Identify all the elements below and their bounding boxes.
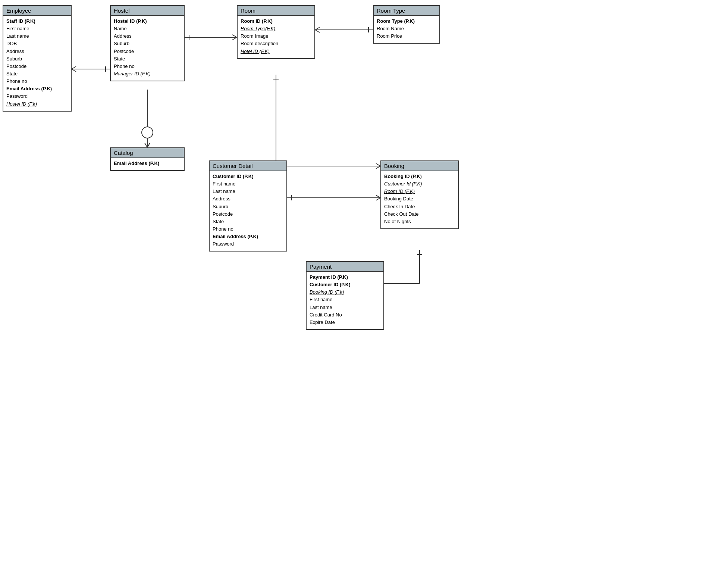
employee-header: Employee [3,6,71,16]
payment-field-expiredate: Expire Date [310,319,380,326]
svg-line-17 [145,143,147,147]
employee-field-email: Email Address (P.K) [6,85,68,93]
svg-line-24 [376,166,380,169]
booking-body: Booking ID (P.K) Customer Id (F.K) Room … [381,171,458,228]
employee-field-suburb: Suburb [6,55,68,63]
roomtype-body: Room Type (P.K) Room Name Room Price [374,16,439,43]
svg-line-18 [147,143,150,147]
booking-field-roomid: Room ID (F.K) [384,188,455,195]
room-field-roomtype: Room Type(F.K) [241,25,311,32]
employee-field-lastname: Last name [6,32,68,40]
roomtype-entity: Room Type Room Type (P.K) Room Name Room… [373,5,440,44]
roomtype-field-price: Room Price [377,32,436,40]
svg-line-23 [376,163,380,166]
hostel-field-phoneno: Phone no [114,63,181,70]
cd-field-address: Address [213,195,283,203]
booking-field-bookingdate: Booking Date [384,195,455,203]
hostel-field-managerid: Manager ID (F.K) [114,70,181,78]
svg-line-28 [376,195,380,198]
catalog-entity: Catalog Email Address (P.K) [110,147,185,171]
hostel-field-state: State [114,55,181,63]
hostel-field-postcode: Postcode [114,48,181,55]
svg-line-6 [232,35,237,37]
room-header: Room [238,6,314,16]
svg-line-12 [315,30,320,32]
booking-entity: Booking Booking ID (P.K) Customer Id (F.… [380,160,459,229]
customerdetail-entity: Customer Detail Customer ID (P.K) First … [209,160,287,252]
payment-field-customerid: Customer ID (P.K) [310,281,380,288]
roomtype-header: Room Type [374,6,439,16]
booking-field-checkin: Check In Date [384,203,455,210]
employee-field-state: State [6,70,68,78]
svg-line-2 [72,69,76,72]
booking-field-customerid: Customer Id (F.K) [384,180,455,188]
hostel-header: Hostel [111,6,184,16]
room-field-roomid: Room ID (P.K) [241,18,311,25]
room-field-roomdesc: Room description [241,40,311,47]
employee-body: Staff ID (P.K) First name Last name DOB … [3,16,71,111]
booking-header: Booking [381,161,458,171]
booking-field-bookingid: Booking ID (P.K) [384,173,455,180]
catalog-field-email: Email Address (P.K) [114,160,181,167]
hostel-field-address: Address [114,32,181,40]
room-entity: Room Room ID (P.K) Room Type(F.K) Room I… [237,5,315,59]
booking-field-checkout: Check Out Date [384,210,455,218]
payment-entity: Payment Payment ID (P.K) Customer ID (P.… [306,261,384,330]
booking-field-nights: No of Nights [384,218,455,225]
payment-field-creditcard: Credit Card No [310,311,380,319]
cd-field-email: Email Address (P.K) [213,233,283,240]
employee-field-firstname: First name [6,25,68,32]
cd-field-postcode: Postcode [213,210,283,218]
catalog-body: Email Address (P.K) [111,158,184,170]
payment-field-lastname: Last name [310,304,380,311]
hostel-body: Hostel ID (P.K) Name Address Suburb Post… [111,16,184,81]
payment-field-bookingid: Booking ID (F.k) [310,288,380,296]
svg-line-1 [72,66,76,69]
hostel-field-hostelid: Hostel ID (P.K) [114,18,181,25]
room-body: Room ID (P.K) Room Type(F.K) Room Image … [238,16,314,58]
room-field-hotelid: Hotel ID (F.K) [241,48,311,55]
employee-field-hostelid: Hostel ID (F.k) [6,100,68,108]
customerdetail-header: Customer Detail [210,161,286,171]
hostel-field-name: Name [114,25,181,32]
payment-header: Payment [307,262,383,272]
room-field-roomimage: Room Image [241,32,311,40]
payment-field-firstname: First name [310,296,380,303]
svg-point-15 [142,127,153,138]
svg-line-11 [315,27,320,30]
employee-field-dob: DOB [6,40,68,47]
cd-field-password: Password [213,240,283,248]
payment-field-paymentid: Payment ID (P.K) [310,274,380,281]
employee-field-postcode: Postcode [6,63,68,70]
cd-field-lastname: Last name [213,188,283,195]
cd-field-firstname: First name [213,180,283,188]
hostel-entity: Hostel Hostel ID (P.K) Name Address Subu… [110,5,185,81]
svg-line-29 [376,198,380,200]
hostel-field-suburb: Suburb [114,40,181,47]
roomtype-field-name: Room Name [377,25,436,32]
catalog-header: Catalog [111,148,184,158]
cd-field-customerid: Customer ID (P.K) [213,173,283,180]
employee-field-staffid: Staff ID (P.K) [6,18,68,25]
employee-entity: Employee Staff ID (P.K) First name Last … [3,5,72,112]
cd-field-phoneno: Phone no [213,225,283,233]
employee-field-password: Password [6,93,68,100]
svg-line-7 [232,37,237,40]
employee-field-address: Address [6,48,68,55]
payment-body: Payment ID (P.K) Customer ID (P.K) Booki… [307,272,383,329]
roomtype-field-type: Room Type (P.K) [377,18,436,25]
cd-field-state: State [213,218,283,225]
cd-field-suburb: Suburb [213,203,283,210]
customerdetail-body: Customer ID (P.K) First name Last name A… [210,171,286,251]
employee-field-phoneno: Phone no [6,78,68,85]
